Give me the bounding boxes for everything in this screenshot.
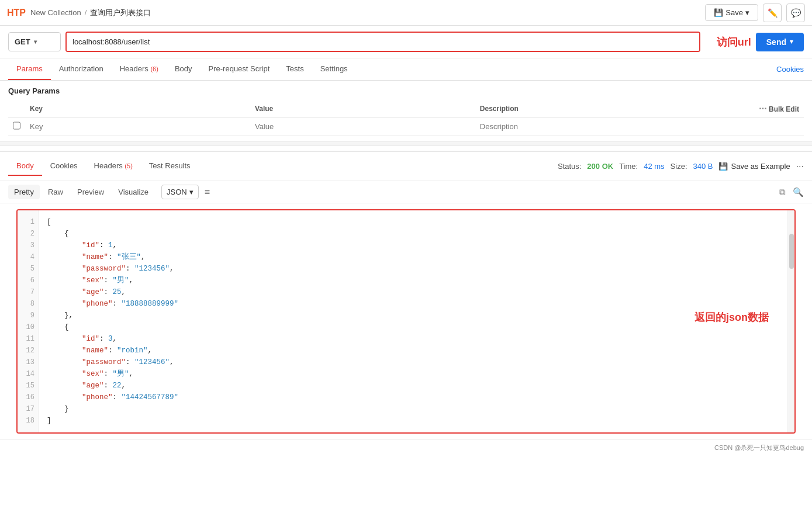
params-th-key: Key: [25, 100, 250, 118]
code-line-11: "id": 3,: [47, 333, 779, 345]
line-num-14: 14: [21, 368, 34, 380]
size-label: Size:: [671, 162, 687, 171]
save-icon: 💾: [714, 8, 723, 17]
code-line-3: "id": 1,: [47, 240, 779, 251]
tab-authorization[interactable]: Authorization: [51, 58, 112, 80]
filter-icon[interactable]: ≡: [205, 187, 210, 198]
fmt-tab-pretty[interactable]: Pretty: [8, 185, 40, 199]
code-line-9: },: [47, 310, 779, 321]
breadcrumb: New Collection / 查询用户列表接口: [30, 8, 151, 18]
save-example-button[interactable]: 💾 Save as Example: [718, 162, 790, 171]
code-line-14: "sex": "男",: [47, 368, 779, 380]
search-icon[interactable]: 🔍: [793, 187, 804, 198]
line-num-13: 13: [21, 356, 34, 368]
tab-cookies[interactable]: Cookies: [776, 65, 804, 74]
param-row-checkbox[interactable]: [13, 122, 20, 130]
query-params-section: Query Params Key Value Description ··· B…: [0, 81, 812, 141]
url-input-wrapper: [65, 32, 700, 52]
line-num-4: 4: [21, 251, 34, 263]
param-value-input[interactable]: [255, 122, 471, 131]
app-logo: HTP: [7, 8, 26, 18]
tab-params[interactable]: Params: [8, 58, 51, 80]
tab-headers[interactable]: Headers (6): [112, 58, 167, 80]
line-num-6: 6: [21, 275, 34, 286]
code-line-7: "age": 25,: [47, 286, 779, 298]
scrollbar-thumb[interactable]: [789, 234, 794, 269]
tab-tests[interactable]: Tests: [278, 58, 312, 80]
line-num-10: 10: [21, 321, 34, 333]
code-line-18: ]: [47, 415, 779, 427]
breadcrumb-collection[interactable]: New Collection: [30, 8, 81, 17]
code-line-1: [: [47, 216, 779, 228]
code-area-container: 1 2 3 4 5 6 7 8 9 10 11 12 13 14 15 16 1…: [8, 209, 804, 434]
comment-icon-button[interactable]: 💬: [786, 4, 805, 22]
line-num-15: 15: [21, 380, 34, 392]
time-label: Time:: [619, 162, 638, 171]
edit-icon-button[interactable]: ✏️: [763, 4, 782, 22]
line-num-2: 2: [21, 228, 34, 240]
copy-icon[interactable]: ⧉: [779, 187, 786, 198]
params-th-checkbox: [8, 100, 25, 118]
more-options-button[interactable]: ···: [796, 161, 804, 172]
save-example-icon: 💾: [718, 162, 728, 171]
resp-tab-cookies[interactable]: Cookies: [42, 157, 86, 176]
code-line-2: {: [47, 228, 779, 240]
status-value: 200 OK: [587, 162, 613, 171]
save-button[interactable]: 💾 Save ▾: [705, 4, 758, 21]
param-desc-input[interactable]: [480, 122, 696, 131]
line-num-9: 9: [21, 310, 34, 321]
line-num-18: 18: [21, 415, 34, 427]
resp-tab-headers[interactable]: Headers (5): [86, 157, 141, 176]
scrollbar[interactable]: [787, 210, 794, 432]
line-num-17: 17: [21, 403, 34, 415]
json-format-select[interactable]: JSON ▾: [161, 185, 199, 199]
query-params-title: Query Params: [8, 86, 804, 95]
save-example-label: Save as Example: [731, 162, 790, 171]
params-empty-row: [8, 118, 804, 136]
request-tabs: Params Authorization Headers (6) Body Pr…: [0, 58, 812, 81]
send-label: Send: [766, 37, 786, 47]
bulk-edit-label[interactable]: Bulk Edit: [769, 105, 799, 113]
json-label: JSON: [167, 188, 187, 196]
tab-settings[interactable]: Settings: [312, 58, 356, 80]
code-line-6: "sex": "男",: [47, 275, 779, 286]
send-button[interactable]: Send ▾: [756, 33, 804, 51]
code-line-4: "name": "张三",: [47, 251, 779, 263]
params-th-description: Description: [475, 100, 700, 118]
size-value: 340 B: [693, 162, 713, 171]
line-num-8: 8: [21, 298, 34, 310]
tab-body[interactable]: Body: [167, 58, 201, 80]
url-annotation-label: 访问url: [717, 35, 751, 49]
line-num-7: 7: [21, 286, 34, 298]
method-select[interactable]: GET ▾: [8, 32, 61, 51]
footer-text: CSDN @杀死一只知更鸟debug: [714, 444, 804, 451]
status-label: Status:: [558, 162, 581, 171]
line-num-5: 5: [21, 263, 34, 275]
line-num-12: 12: [21, 345, 34, 356]
params-table: Key Value Description ··· Bulk Edit: [8, 100, 804, 136]
resp-tab-testresults[interactable]: Test Results: [141, 157, 199, 176]
resp-headers-badge: (5): [125, 162, 132, 169]
url-input[interactable]: [67, 33, 699, 51]
code-line-12: "name": "robin",: [47, 345, 779, 356]
response-meta: Status: 200 OK Time: 42 ms Size: 340 B 💾…: [558, 161, 804, 172]
params-th-value: Value: [250, 100, 475, 118]
send-dropdown-arrow: ▾: [790, 38, 793, 46]
bulk-edit-dots: ···: [759, 103, 766, 113]
code-line-8: "phone": "18888889999": [47, 298, 779, 310]
method-dropdown-arrow: ▾: [34, 39, 37, 45]
code-line-10: {: [47, 321, 779, 333]
fmt-tab-visualize[interactable]: Visualize: [112, 185, 154, 199]
response-section: Body Cookies Headers (5) Test Results St…: [0, 151, 812, 434]
tab-prerequest[interactable]: Pre-request Script: [201, 58, 278, 80]
line-num-1: 1: [21, 216, 34, 228]
code-line-15: "age": 22,: [47, 380, 779, 392]
fmt-tab-raw[interactable]: Raw: [42, 185, 69, 199]
fmt-tab-preview[interactable]: Preview: [71, 185, 110, 199]
app-header: HTP New Collection / 查询用户列表接口 💾 Save ▾ ✏…: [0, 0, 812, 26]
breadcrumb-current-page: 查询用户列表接口: [90, 8, 151, 18]
resp-tab-body[interactable]: Body: [8, 157, 42, 176]
code-line-13: "password": "123456",: [47, 356, 779, 368]
param-key-input[interactable]: [30, 122, 246, 131]
code-line-17: }: [47, 403, 779, 415]
